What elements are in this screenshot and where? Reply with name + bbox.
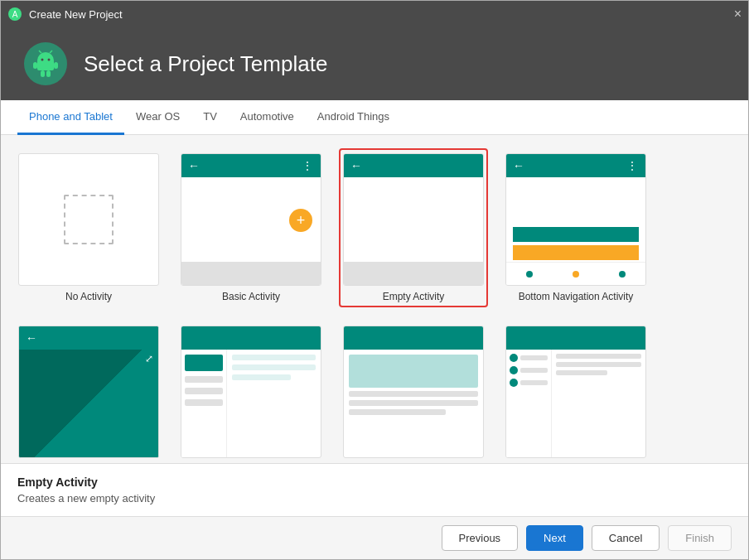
template-nav-drawer[interactable]: Navigation Drawer Activity — [176, 321, 326, 463]
no-activity-label: No Activity — [65, 291, 112, 302]
description-text: Creates a new empty activity — [17, 492, 732, 504]
fs-topbar: ← — [19, 326, 158, 350]
md-text-2 — [520, 368, 548, 373]
empty-bottombar — [344, 262, 483, 285]
md-detail — [552, 350, 645, 457]
tab-wear-os[interactable]: Wear OS — [124, 100, 191, 135]
fs-diagonal — [19, 350, 158, 457]
md-list — [506, 350, 552, 457]
tab-automotive[interactable]: Automotive — [229, 100, 306, 135]
basic-body: + — [181, 177, 321, 262]
md-body — [506, 350, 645, 457]
md-text-1 — [520, 355, 548, 360]
empty-activity-label: Empty Activity — [383, 291, 445, 302]
nd-topbar — [181, 326, 321, 350]
footer: Previous Next Cancel Finish — [1, 516, 748, 559]
nd-body — [181, 350, 321, 457]
template-master-detail[interactable]: Master/Detail Flow — [501, 321, 650, 463]
md-item-3 — [510, 379, 548, 387]
nd-item-2 — [185, 388, 223, 394]
template-grid-area: No Activity ← ⋮ + Basic Activity — [1, 135, 748, 463]
md-item-1 — [510, 354, 548, 362]
nd-item-1 — [185, 376, 223, 383]
master-detail-preview — [505, 326, 646, 458]
nav-dot-2 — [573, 271, 579, 278]
basic-topbar: ← ⋮ — [181, 154, 321, 177]
nd-drawer — [181, 350, 227, 457]
template-empty-activity[interactable]: ← Empty Activity — [339, 148, 488, 307]
nav-dot-1 — [526, 271, 533, 278]
bottom-nav-bar — [506, 262, 645, 285]
tab-phone-tablet[interactable]: Phone and Tablet — [17, 100, 124, 135]
nd-line-1 — [232, 355, 316, 360]
basic-bottombar — [181, 262, 321, 285]
template-basic-activity[interactable]: ← ⋮ + Basic Activity — [176, 148, 326, 307]
back-arrow-icon2: ← — [350, 159, 362, 172]
back-arrow-icon4: ← — [26, 331, 37, 345]
md-detail-line-1 — [556, 354, 641, 359]
titlebar: A Create New Project × — [1, 1, 748, 27]
menu-dots-icon2: ⋮ — [626, 159, 639, 172]
svg-rect-9 — [54, 62, 58, 69]
md-text-3 — [520, 380, 548, 385]
header: Select a Project Template — [1, 27, 748, 100]
cancel-button[interactable]: Cancel — [592, 525, 660, 551]
previous-button[interactable]: Previous — [442, 525, 519, 551]
md-circle-1 — [510, 354, 518, 362]
empty-body — [344, 177, 483, 262]
sc-line-2 — [349, 400, 478, 406]
fullscreen-preview: ← ⤢ — [18, 326, 159, 458]
bottom-nav-preview: ← ⋮ — [505, 153, 646, 286]
template-fullscreen[interactable]: ← ⤢ Fullscreen Activity — [14, 321, 163, 463]
titlebar-left: A Create New Project — [7, 7, 123, 22]
sc-line-3 — [349, 409, 446, 415]
description-title: Empty Activity — [17, 476, 732, 489]
no-activity-preview — [18, 153, 159, 286]
svg-rect-3 — [37, 60, 54, 70]
template-scrolling[interactable]: Scrolling Activity — [339, 321, 488, 463]
back-arrow-icon: ← — [188, 159, 200, 172]
template-grid: No Activity ← ⋮ + Basic Activity — [14, 148, 735, 463]
svg-point-4 — [41, 59, 44, 61]
basic-activity-preview: ← ⋮ + — [181, 153, 321, 286]
svg-line-6 — [39, 51, 41, 53]
svg-rect-10 — [41, 70, 45, 77]
scrolling-preview — [343, 326, 484, 458]
tab-tv[interactable]: TV — [191, 100, 229, 135]
next-button[interactable]: Next — [526, 525, 583, 551]
template-no-activity[interactable]: No Activity — [14, 148, 163, 307]
header-title: Select a Project Template — [84, 51, 327, 77]
md-detail-line-3 — [556, 370, 607, 375]
nd-item-3 — [185, 399, 223, 406]
nd-content — [227, 350, 321, 457]
svg-rect-11 — [46, 70, 51, 77]
empty-topbar: ← — [344, 154, 483, 177]
description-panel: Empty Activity Creates a new empty activ… — [1, 463, 748, 516]
expand-icon: ⤢ — [145, 353, 153, 364]
nd-line-2 — [232, 364, 316, 370]
bottom-nav-label: Bottom Navigation Activity — [519, 291, 634, 302]
finish-button[interactable]: Finish — [668, 525, 732, 551]
nd-header — [185, 355, 223, 371]
sc-body — [344, 350, 483, 457]
app-icon: A — [7, 7, 22, 22]
fab-button: + — [289, 209, 312, 232]
content: Phone and Tablet Wear OS TV Automotive A… — [1, 100, 748, 516]
fs-body: ⤢ — [19, 350, 158, 457]
template-bottom-nav[interactable]: ← ⋮ — [501, 148, 650, 307]
navdrawer-preview — [181, 326, 321, 458]
md-detail-line-2 — [556, 362, 641, 367]
empty-activity-preview: ← — [343, 153, 484, 286]
nav-dot-3 — [619, 271, 626, 278]
tab-android-things[interactable]: Android Things — [306, 100, 401, 135]
sc-image — [349, 355, 478, 388]
close-button[interactable]: × — [734, 7, 742, 22]
header-logo — [24, 42, 67, 85]
bottomnav-topbar: ← ⋮ — [506, 154, 645, 177]
md-topbar — [506, 326, 645, 350]
dashed-rect — [64, 195, 114, 244]
sc-topbar — [344, 326, 483, 350]
svg-point-5 — [48, 59, 51, 61]
bottomnav-body — [506, 177, 645, 262]
svg-rect-8 — [33, 62, 37, 69]
